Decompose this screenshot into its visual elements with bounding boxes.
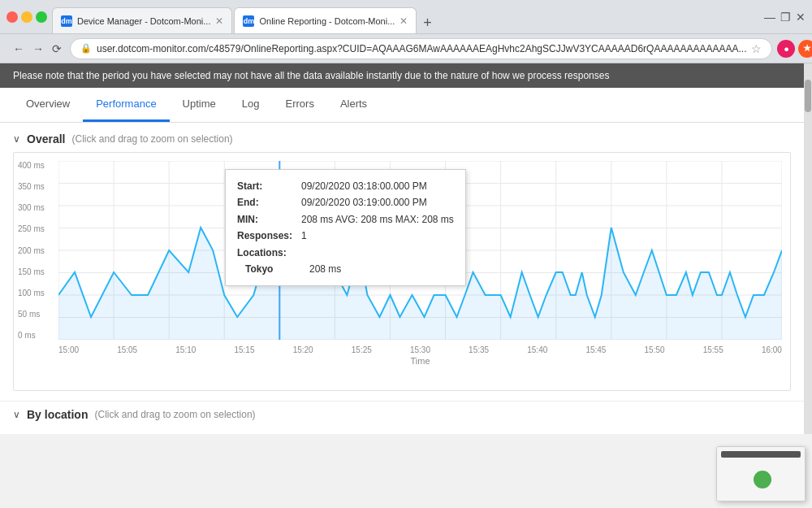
- address-bar-row: ← → ⟳ 🔒 user.dotcom-monitor.com/c48579/O…: [0, 34, 812, 63]
- x-label-12: 16:00: [762, 345, 782, 354]
- y-axis: 400 ms 350 ms 300 ms 250 ms 200 ms 150 m…: [18, 161, 45, 340]
- tooltip-start-label: Start:: [237, 178, 298, 194]
- y-label-0: 400 ms: [18, 161, 45, 170]
- x-label-11: 15:55: [703, 345, 723, 354]
- back-button[interactable]: ←: [10, 41, 28, 57]
- warning-banner: Please note that the period you have sel…: [0, 63, 804, 88]
- y-label-7: 50 ms: [18, 310, 45, 319]
- thumb-bar: [721, 451, 801, 458]
- vertical-scrollbar[interactable]: [804, 63, 812, 434]
- y-label-2: 300 ms: [18, 203, 45, 212]
- x-label-1: 15:05: [117, 345, 137, 354]
- lock-icon: 🔒: [80, 43, 92, 54]
- overall-hint: (Click and drag to zoom on selection): [71, 133, 232, 145]
- tooltip-end-label: End:: [237, 194, 298, 211]
- profile-icon-1[interactable]: ●: [777, 40, 795, 58]
- x-label-7: 15:35: [469, 345, 489, 354]
- window-restore-ctrl[interactable]: ❐: [780, 11, 791, 24]
- x-label-4: 15:20: [293, 345, 313, 354]
- by-location-section: ∨ By location (Click and drag to zoom on…: [0, 401, 804, 434]
- x-label-8: 15:40: [527, 345, 547, 354]
- y-label-5: 150 ms: [18, 267, 45, 276]
- y-label-4: 200 ms: [18, 246, 45, 255]
- tab-label-1: Device Manager - Dotcom-Moni...: [77, 16, 210, 26]
- window-minimize-button[interactable]: [21, 11, 32, 23]
- x-label-10: 15:50: [645, 345, 665, 354]
- tab-close-1[interactable]: ✕: [215, 15, 223, 27]
- by-location-hint: (Click and drag to zoom on selection): [94, 409, 255, 420]
- tooltip-tokyo-label: Tokyo: [245, 261, 306, 277]
- thumb-dot: [754, 471, 771, 488]
- page-thumbnail: [716, 446, 806, 501]
- by-location-toggle[interactable]: ∨: [13, 409, 20, 420]
- x-label-2: 15:10: [175, 345, 196, 354]
- browser-tab-1[interactable]: dm Device Manager - Dotcom-Moni... ✕: [52, 7, 232, 33]
- address-bar[interactable]: 🔒 user.dotcom-monitor.com/c48579/OnlineR…: [70, 38, 772, 59]
- profile-icon-2[interactable]: ★: [798, 40, 812, 58]
- browser-tab-2[interactable]: dm Online Reporting - Dotcom-Moni... ✕: [234, 7, 417, 33]
- y-label-3: 250 ms: [18, 224, 45, 233]
- tooltip-responses-value: 1: [301, 228, 307, 244]
- x-label-6: 15:30: [410, 345, 430, 354]
- tab-uptime[interactable]: Uptime: [170, 88, 229, 122]
- bookmark-button[interactable]: ☆: [751, 42, 762, 55]
- reload-button[interactable]: ⟳: [49, 41, 65, 57]
- y-label-8: 0 ms: [18, 331, 45, 340]
- tooltip-start-value: 09/20/2020 03:18:00.000 PM: [301, 178, 427, 194]
- tab-close-2[interactable]: ✕: [400, 15, 408, 27]
- thumbnail-inner: [717, 447, 805, 501]
- window-maximize-button[interactable]: [36, 11, 47, 23]
- window-minimize-ctrl[interactable]: —: [764, 11, 775, 24]
- overall-section: ∨ Overall (Click and drag to zoom on sel…: [0, 123, 804, 401]
- tab-favicon-2: dm: [243, 15, 254, 27]
- tab-navigation: Overview Performance Uptime Log Errors A…: [0, 88, 804, 123]
- tooltip-end-value: 09/20/2020 03:19:00.000 PM: [301, 194, 427, 211]
- tab-log[interactable]: Log: [229, 88, 273, 122]
- chart-tooltip: Start: 09/20/2020 03:18:00.000 PM End: 0…: [225, 169, 466, 286]
- tooltip-locations-label: Locations:: [237, 245, 298, 261]
- tooltip-responses-label: Responses:: [237, 228, 298, 244]
- x-axis: 15:00 15:05 15:10 15:15 15:20 15:25 15:3…: [58, 345, 782, 354]
- y-label-1: 350 ms: [18, 182, 45, 191]
- address-text: user.dotcom-monitor.com/c48579/OnlineRep…: [97, 43, 746, 54]
- overall-chart-container[interactable]: 400 ms 350 ms 300 ms 250 ms 200 ms 150 m…: [13, 152, 791, 391]
- x-label-3: 15:15: [234, 345, 254, 354]
- tab-performance[interactable]: Performance: [83, 88, 169, 122]
- x-label-0: 15:00: [58, 345, 79, 354]
- tab-errors[interactable]: Errors: [273, 88, 327, 122]
- x-axis-title: Time: [58, 356, 782, 366]
- new-tab-button[interactable]: +: [418, 13, 437, 33]
- overall-toggle[interactable]: ∨: [13, 133, 20, 145]
- tooltip-tokyo-value: 208 ms: [309, 261, 341, 277]
- scrollbar-thumb[interactable]: [805, 80, 811, 112]
- forward-button[interactable]: →: [29, 41, 47, 57]
- y-label-6: 100 ms: [18, 289, 45, 297]
- tab-alerts[interactable]: Alerts: [327, 88, 380, 122]
- tooltip-stats-label: MIN:: [237, 211, 298, 228]
- window-close-button[interactable]: [6, 11, 18, 23]
- window-close-ctrl[interactable]: ✕: [796, 11, 806, 24]
- tooltip-stats-value: 208 ms AVG: 208 ms MAX: 208 ms: [301, 211, 454, 228]
- overall-title: Overall: [27, 132, 65, 145]
- tab-overview[interactable]: Overview: [13, 88, 83, 122]
- by-location-title: By location: [27, 408, 88, 421]
- x-label-9: 15:45: [585, 345, 606, 354]
- tab-label-2: Online Reporting - Dotcom-Moni...: [259, 16, 395, 26]
- x-label-5: 15:25: [352, 345, 372, 354]
- tab-favicon-1: dm: [61, 15, 72, 27]
